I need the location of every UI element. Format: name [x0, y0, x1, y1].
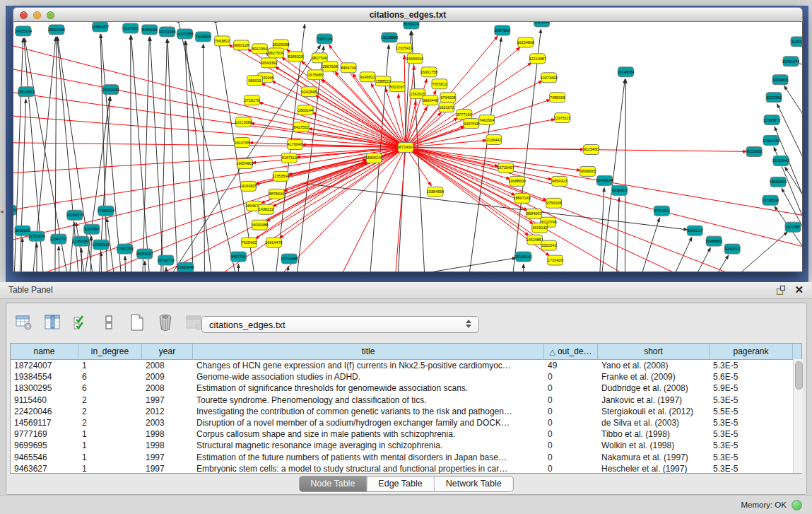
- column-header-out_degree[interactable]: △out_de…: [544, 344, 598, 359]
- network-window[interactable]: citations_edges.txt 18724007183002957663…: [13, 7, 803, 271]
- graph-node[interactable]: 11156869: [28, 231, 45, 241]
- graph-node[interactable]: 9756928: [546, 198, 562, 208]
- graph-node[interactable]: 2803144: [298, 105, 313, 115]
- graph-node[interactable]: 18807243: [514, 193, 531, 203]
- graph-edge[interactable]: [101, 252, 102, 272]
- column-header-name[interactable]: name: [11, 344, 78, 359]
- table-mode-icon[interactable]: [14, 313, 33, 332]
- graph-node[interactable]: 15716485: [281, 254, 298, 264]
- graph-edge[interactable]: [736, 232, 787, 272]
- graph-node[interactable]: 9794028: [440, 93, 456, 103]
- table-row[interactable]: 1456911722003Disruption of a novel membe…: [11, 417, 801, 428]
- node-table[interactable]: namein_degreeyeartitle△out_de…shortpager…: [10, 343, 802, 474]
- graph-node[interactable]: 19166825: [240, 181, 257, 191]
- row-icon[interactable]: [99, 313, 118, 332]
- graph-node[interactable]: 9654923: [552, 176, 567, 186]
- show-columns-icon[interactable]: [42, 313, 61, 332]
- graph-edge[interactable]: [21, 238, 23, 272]
- graph-node[interactable]: 12444159: [763, 136, 779, 146]
- graph-node[interactable]: 2136442: [486, 135, 502, 145]
- graph-edge[interactable]: [329, 45, 406, 148]
- memory-status-indicator[interactable]: [792, 500, 802, 510]
- graph-node[interactable]: 9457791: [230, 252, 246, 262]
- graph-edge[interactable]: [404, 55, 406, 148]
- create-column-icon[interactable]: [127, 313, 146, 332]
- graph-edge[interactable]: [616, 197, 619, 272]
- graph-node[interactable]: 9827509: [268, 48, 283, 58]
- graph-node[interactable]: 25260550: [13, 205, 17, 215]
- network-canvas[interactable]: 1872400718300295766382296601285912954182…: [13, 22, 803, 272]
- graph-node[interactable]: 15692391: [770, 177, 787, 187]
- graph-edge[interactable]: [396, 258, 517, 272]
- table-row[interactable]: 1938455462009Genome-wide association stu…: [11, 371, 801, 382]
- graph-node[interactable]: 8454749: [341, 63, 356, 73]
- table-row[interactable]: 946554611997Estimation of the future num…: [11, 452, 801, 463]
- graph-node[interactable]: 5912954: [252, 44, 267, 54]
- graph-edge[interactable]: [279, 147, 406, 238]
- graph-node[interactable]: 8466160: [142, 25, 158, 35]
- graph-edge[interactable]: [20, 99, 26, 272]
- graph-node[interactable]: 8215953: [746, 147, 762, 157]
- graph-node[interactable]: 10719155: [158, 27, 175, 37]
- graph-node[interactable]: 8427552: [293, 122, 309, 132]
- graph-edge[interactable]: [469, 37, 502, 272]
- graph-node[interactable]: 12975115: [554, 113, 571, 123]
- graph-node[interactable]: 12213987: [529, 54, 546, 64]
- graph-node[interactable]: 12093872: [763, 115, 780, 125]
- tab-node-table[interactable]: Node Table: [299, 477, 367, 491]
- graph-node[interactable]: 8130674: [404, 22, 419, 29]
- graph-node[interactable]: 9699695: [580, 166, 596, 176]
- graph-node[interactable]: 9990448: [423, 95, 438, 105]
- graph-node[interactable]: 17359928: [98, 206, 114, 216]
- graph-node[interactable]: 19218586: [381, 33, 398, 42]
- graph-node[interactable]: 11451947: [73, 236, 90, 246]
- graph-node[interactable]: 8186328: [288, 52, 303, 62]
- graph-node[interactable]: 7957224: [317, 34, 332, 44]
- graph-edge[interactable]: [784, 167, 803, 206]
- graph-node[interactable]: 16945602: [705, 236, 722, 246]
- float-panel-icon[interactable]: [776, 285, 787, 296]
- graph-node[interactable]: 16543392: [260, 58, 277, 68]
- table-body[interactable]: 1872400712008Changes of HCN gene express…: [11, 360, 801, 474]
- graph-node[interactable]: 1527602: [123, 23, 139, 33]
- graph-node[interactable]: 7515526: [196, 32, 211, 42]
- graph-node[interactable]: 18724007: [397, 143, 414, 153]
- graph-edge[interactable]: [14, 38, 23, 272]
- panel-collapse-handle[interactable]: ◂: [0, 206, 6, 216]
- graph-node[interactable]: 8267110: [281, 153, 297, 163]
- graph-node[interactable]: 8878334: [269, 189, 284, 199]
- graph-node[interactable]: 12342757: [50, 234, 67, 244]
- network-window-titlebar[interactable]: citations_edges.txt: [13, 7, 803, 22]
- graph-edge[interactable]: [161, 39, 167, 272]
- graph-node[interactable]: 6791902: [654, 206, 669, 216]
- graph-edge[interactable]: [625, 79, 625, 272]
- graph-node[interactable]: 2867608: [322, 62, 338, 71]
- graph-edge[interactable]: [148, 147, 406, 272]
- graph-node[interactable]: 7955812: [432, 79, 447, 89]
- graph-node[interactable]: 16961758: [420, 67, 437, 77]
- graph-node[interactable]: 16409544: [596, 175, 613, 185]
- graph-edge[interactable]: [694, 247, 710, 272]
- graph-node[interactable]: 10973493: [540, 73, 557, 83]
- column-header-pagerank[interactable]: pagerank: [710, 344, 793, 359]
- graph-edge[interactable]: [406, 147, 748, 272]
- graph-node[interactable]: 15720407: [498, 163, 514, 173]
- graph-node[interactable]: 9584067: [526, 209, 542, 218]
- graph-node[interactable]: 4170046: [287, 140, 302, 150]
- graph-node[interactable]: 20206576: [66, 210, 83, 220]
- tab-edge-table[interactable]: Edge Table: [367, 477, 434, 491]
- graph-edge[interactable]: [178, 22, 237, 272]
- graph-node[interactable]: 9245012: [724, 244, 740, 254]
- graph-edge[interactable]: [673, 237, 692, 272]
- column-header-year[interactable]: year: [142, 344, 193, 359]
- graph-node[interactable]: 1677087: [785, 222, 801, 232]
- graph-node[interactable]: 16648784: [617, 67, 634, 77]
- table-row[interactable]: 1872400712008Changes of HCN gene express…: [11, 360, 801, 371]
- graph-node[interactable]: 1438222: [258, 204, 273, 214]
- graph-node[interactable]: 29053346: [102, 85, 119, 95]
- graph-node[interactable]: 2087682: [495, 25, 510, 35]
- graph-edge[interactable]: [81, 248, 82, 272]
- graph-edge[interactable]: [167, 39, 178, 272]
- graph-node[interactable]: 989015: [247, 76, 262, 86]
- graph-edge[interactable]: [315, 95, 406, 148]
